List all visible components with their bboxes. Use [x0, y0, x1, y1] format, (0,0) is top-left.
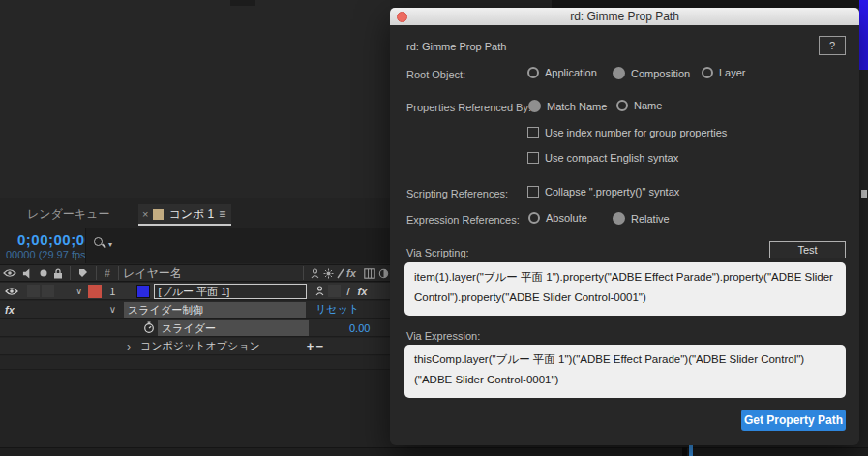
via-expression-field[interactable]: thisComp.layer("ブルー 平面 1")("ADBE Effect …	[404, 345, 846, 398]
compositing-options-label: コンポジットオプション	[140, 339, 260, 353]
slider-value[interactable]: 0.00	[349, 322, 370, 334]
stopwatch-icon[interactable]	[142, 321, 156, 334]
quality-icon[interactable]	[335, 268, 346, 279]
properties-referenced-label: Properties Referenced By:	[406, 102, 531, 113]
checkbox-collapse-property-label: Collapse ".property()" syntax	[545, 186, 679, 198]
checkbox-collapse-property[interactable]: Collapse ".property()" syntax	[527, 186, 679, 198]
effect-fx-badge: fx	[5, 304, 15, 316]
search-input[interactable]	[85, 228, 390, 263]
dialog-title: rd: Gimme Prop Path	[570, 10, 679, 23]
lock-icon[interactable]	[50, 268, 66, 279]
dialog-heading: rd: Gimme Prop Path	[406, 41, 506, 52]
layer-expand-chevron-icon[interactable]: ∨	[75, 286, 82, 296]
app-window: レンダーキュー × コンポ 1 ≡ 0;00;00;00 00000 (29.9…	[0, 0, 868, 456]
eye-icon[interactable]	[0, 268, 19, 278]
effects-column-icon[interactable]: fx	[346, 267, 362, 279]
solo-icon[interactable]	[36, 269, 50, 277]
motion-blur-icon[interactable]	[376, 268, 390, 279]
radio-absolute[interactable]: Absolute	[528, 212, 587, 224]
column-number[interactable]: #	[101, 268, 114, 279]
radio-application[interactable]: Application	[527, 67, 597, 78]
checkbox-compact-english-label: Use compact English syntax	[545, 152, 678, 164]
radio-selected-icon[interactable]	[528, 100, 541, 112]
frame-info: 00000 (29.97 fps)	[6, 249, 89, 260]
plus-icon[interactable]: +	[307, 339, 316, 353]
frame-blend-icon[interactable]	[362, 268, 376, 279]
blue-solid-layer-fragment	[859, 0, 868, 70]
add-remove-buttons[interactable]: +−	[307, 339, 325, 353]
radio-application-label: Application	[545, 67, 597, 78]
shy-icon[interactable]	[308, 268, 321, 279]
minus-icon[interactable]: −	[315, 339, 325, 353]
radio-name-label: Name	[634, 100, 662, 111]
get-property-path-button[interactable]: Get Property Path	[741, 410, 846, 431]
search-options-caret-icon[interactable]: ▾	[108, 240, 112, 249]
radio-name[interactable]: Name	[616, 100, 662, 111]
active-tab-underline	[138, 224, 231, 226]
audio-switch-box[interactable]	[27, 285, 40, 297]
effect-name[interactable]: スライダー制御	[124, 302, 306, 318]
comp-icon	[153, 209, 164, 220]
checkbox-index-number[interactable]: Use index number for group properties	[527, 127, 727, 138]
column-layer-name[interactable]: レイヤー名	[123, 265, 182, 282]
slider-property-row[interactable]: スライダー 0.00	[0, 319, 390, 337]
checkbox-icon[interactable]	[527, 127, 539, 138]
radio-composition[interactable]: Composition	[613, 67, 690, 79]
viewer-divider	[230, 0, 255, 6]
radio-relative-label: Relative	[631, 213, 670, 225]
effect-reset-link[interactable]: リセット	[315, 302, 359, 317]
timeline-bottom-divider	[682, 447, 687, 456]
layer-eye-icon[interactable]	[2, 287, 21, 296]
panel-gap	[552, 0, 859, 8]
empty-row	[0, 356, 390, 370]
timecode-display[interactable]: 0;00;00;00	[17, 231, 93, 248]
search-icon[interactable]	[94, 237, 107, 251]
layer-name-field[interactable]: [ブルー 平面 1]	[154, 284, 307, 299]
layer-quality-switch[interactable]: /	[346, 286, 349, 297]
effect-expand-chevron-icon[interactable]: ∨	[109, 304, 116, 315]
label-color-icon[interactable]	[75, 267, 92, 279]
via-scripting-label: Via Scripting:	[406, 247, 469, 258]
radio-icon[interactable]	[702, 67, 713, 78]
collapse-transform-icon[interactable]	[321, 268, 335, 279]
via-expression-label: Via Expression:	[406, 330, 480, 342]
timeline-column-header: # レイヤー名 fx	[0, 264, 390, 282]
close-window-icon[interactable]	[397, 12, 407, 22]
solid-color-swatch[interactable]	[136, 285, 150, 298]
radio-selected-icon[interactable]	[613, 67, 625, 79]
radio-icon[interactable]	[528, 212, 540, 224]
slider-property-name[interactable]: スライダー	[158, 320, 309, 336]
checkbox-compact-english[interactable]: Use compact English syntax	[527, 152, 678, 164]
radio-composition-label: Composition	[631, 68, 690, 79]
radio-icon[interactable]	[527, 67, 539, 78]
test-button[interactable]: Test	[769, 241, 846, 258]
close-icon[interactable]: ×	[142, 208, 148, 220]
collapse-switch-box[interactable]	[328, 285, 341, 297]
checkbox-icon[interactable]	[527, 186, 539, 198]
panel-menu-icon[interactable]: ≡	[219, 207, 225, 221]
checkbox-icon[interactable]	[527, 152, 539, 164]
audio-icon[interactable]	[19, 268, 36, 279]
solo-switch-box[interactable]	[42, 285, 54, 297]
layer-shy-icon[interactable]	[313, 286, 326, 296]
tab-render-queue[interactable]: レンダーキュー	[27, 206, 109, 223]
scripting-references-label: Scripting References:	[406, 188, 508, 199]
compositing-options-row[interactable]: › コンポジットオプション +−	[0, 338, 390, 355]
radio-icon[interactable]	[616, 100, 628, 111]
radio-match-name[interactable]: Match Name	[528, 100, 607, 112]
radio-layer[interactable]: Layer	[702, 67, 746, 78]
label-color-chip[interactable]	[88, 285, 102, 298]
layer-fx-switch[interactable]: fx	[358, 286, 368, 297]
via-scripting-field[interactable]: item(1).layer("ブルー 平面 1").property("ADBE…	[404, 262, 846, 316]
layer-number: 1	[109, 286, 115, 297]
radio-relative[interactable]: Relative	[613, 212, 670, 225]
dialog-titlebar[interactable]: rd: Gimme Prop Path	[390, 8, 859, 25]
radio-absolute-label: Absolute	[546, 212, 587, 224]
effect-row[interactable]: fx ∨ スライダー制御 リセット	[0, 301, 390, 319]
radio-selected-icon[interactable]	[613, 212, 625, 225]
tab-comp-1[interactable]: × コンポ 1 ≡	[138, 204, 231, 224]
tab-comp-1-label: コンポ 1	[168, 206, 214, 223]
help-button[interactable]: ?	[819, 36, 846, 55]
copt-chevron-icon[interactable]: ›	[127, 340, 131, 353]
layer-row[interactable]: ∨ 1 [ブルー 平面 1] / fx	[0, 283, 390, 300]
